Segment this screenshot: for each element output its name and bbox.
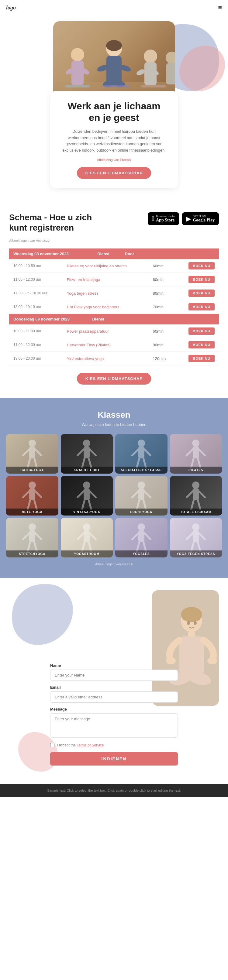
schedule-cta-button[interactable]: KIES EEN LIDMAATSCHAP — [77, 373, 151, 385]
svg-rect-59 — [138, 488, 144, 500]
svg-line-66 — [187, 491, 193, 497]
book-button[interactable]: BOEK NU — [188, 303, 215, 310]
apple-icon:  — [152, 215, 154, 222]
class-time: 11:00 - 12:30 uur — [9, 338, 63, 352]
google-play-button[interactable]: ▶ GET IT ON Google Play — [182, 212, 219, 225]
class-book-cell: BOEK NU — [175, 300, 219, 314]
class-card-item[interactable]: TOTALE LICHAAM — [170, 476, 222, 515]
app-buttons:  Download on the App Store ▶ GET IT ON … — [148, 212, 219, 225]
table-row: 18:00 - 19:10 uur Hot Flow yoga voor beg… — [9, 300, 219, 314]
class-time: 10:00 - 11:00 uur — [9, 325, 63, 338]
classes-grid: HATHA-YOGAKRACHT + HIITSPECIALITEITSKLAS… — [6, 434, 222, 557]
class-card-item[interactable]: STRETCHYOGA — [6, 518, 58, 557]
book-button[interactable]: BOEK NU — [188, 290, 215, 297]
class-card-label: LUCHTYOGA — [115, 509, 167, 515]
class-card-item[interactable]: KRACHT + HIIT — [61, 434, 113, 474]
day-header-row: Donderdag 09 november 2023 Dienst — [9, 314, 219, 325]
class-card-item[interactable]: LUCHTYOGA — [115, 476, 167, 515]
class-card-label: SPECIALITEITSKLASSE — [115, 467, 167, 474]
svg-line-73 — [35, 533, 41, 539]
day-1-header: Woensdag 08 november 2023 Dienst Door — [9, 248, 219, 259]
contact-form-container: Name Email Message I accept the Terms of… — [50, 663, 178, 765]
hero-image-bg — [53, 21, 175, 100]
svg-rect-47 — [29, 488, 35, 500]
svg-line-32 — [82, 458, 85, 468]
book-button[interactable]: BOEK NU — [188, 276, 215, 283]
svg-point-40 — [192, 439, 199, 447]
schedule-cta-container: KIES EEN LIDMAATSCHAP — [9, 366, 219, 392]
svg-point-13 — [136, 68, 146, 76]
class-card-item[interactable]: YOGA TEGEN STRESS — [170, 518, 222, 557]
class-book-cell: BOEK NU — [175, 286, 219, 300]
class-card-item[interactable]: PILATES — [170, 434, 222, 474]
svg-line-74 — [28, 542, 30, 551]
name-input[interactable] — [50, 670, 178, 681]
svg-line-26 — [28, 458, 30, 468]
svg-rect-29 — [84, 446, 90, 458]
svg-point-46 — [29, 482, 36, 489]
hero-cta-button[interactable]: KIES EEN LIDMAATSCHAP — [77, 167, 151, 179]
svg-line-33 — [89, 458, 91, 468]
classes-subtitle: Wat wij onze leden te bieden hebben — [6, 422, 222, 427]
svg-rect-6 — [107, 56, 121, 85]
class-card-label: STRETCHYOGA — [6, 550, 58, 557]
classes-section: Klassen Wat wij onze leden te bieden heb… — [0, 398, 228, 578]
class-card-item[interactable]: YOGASTROOM — [61, 518, 113, 557]
svg-line-57 — [89, 500, 91, 509]
class-card-label: KRACHT + HIIT — [61, 467, 113, 474]
book-button[interactable]: BOEK NU — [188, 341, 215, 348]
message-input[interactable] — [50, 713, 178, 738]
hero-image — [53, 21, 175, 100]
class-card-item[interactable]: VINYASA-YOGA — [61, 476, 113, 515]
svg-line-30 — [78, 449, 84, 455]
terms-label: I accept the Terms of Service — [57, 743, 104, 747]
class-card-item[interactable]: YOGALES — [115, 518, 167, 557]
class-time: 19:00 - 20:00 uur — [9, 352, 63, 366]
hero-title: Werk aan je lichaam en je geest — [62, 100, 166, 124]
svg-line-72 — [23, 533, 29, 539]
schedule-table: Woensdag 08 november 2023 Dienst Door 10… — [9, 248, 219, 366]
svg-line-90 — [187, 533, 193, 539]
terms-link[interactable]: Terms of Service — [77, 743, 104, 747]
schedule-title: Schema - Hoe u zich kunt registreren — [9, 212, 94, 233]
day-header-row: Woensdag 08 november 2023 Dienst Door — [9, 248, 219, 259]
classes-title: Klassen — [6, 410, 222, 420]
svg-line-84 — [132, 533, 138, 539]
svg-rect-17 — [65, 85, 90, 88]
class-time: 17.30 uur - 18.30 uur — [9, 286, 63, 300]
svg-line-81 — [89, 542, 91, 551]
svg-line-63 — [143, 500, 146, 509]
class-card-item[interactable]: HETE YOGA — [6, 476, 58, 515]
hero-description: Duizenden bedrijven in heel Europa biede… — [62, 129, 166, 154]
svg-line-79 — [90, 533, 96, 539]
table-row: 17.30 uur - 18.30 uur Yoga tegen stress … — [9, 286, 219, 300]
book-button[interactable]: BOEK NU — [188, 355, 215, 362]
class-card-item[interactable]: SPECIALITEITSKLASSE — [115, 434, 167, 474]
svg-line-61 — [144, 491, 150, 497]
email-input[interactable] — [50, 691, 178, 703]
svg-line-78 — [78, 533, 84, 539]
class-time: 11:00 - 12:00 uur — [9, 273, 63, 286]
submit-button[interactable]: INDIENEN — [50, 752, 178, 765]
book-button[interactable]: BOEK NU — [188, 328, 215, 335]
app-store-button[interactable]:  Download on the App Store — [148, 212, 179, 225]
name-label: Name — [50, 663, 178, 668]
hamburger-menu-icon[interactable]: ≡ — [218, 4, 222, 11]
svg-rect-83 — [138, 530, 144, 542]
class-card-label: HATHA-YOGA — [6, 467, 58, 474]
class-card-item[interactable]: HATHA-YOGA — [6, 434, 58, 474]
svg-rect-41 — [193, 446, 199, 458]
terms-checkbox[interactable] — [50, 743, 54, 747]
page-header: logo ≡ — [0, 0, 228, 15]
svg-rect-2 — [72, 61, 84, 85]
svg-line-51 — [34, 500, 37, 509]
svg-line-37 — [144, 449, 150, 455]
table-row: 11:00 - 12:30 uur Hervormer Flow (Pilate… — [9, 338, 219, 352]
svg-rect-97 — [182, 611, 201, 620]
svg-line-86 — [137, 542, 139, 551]
svg-line-55 — [90, 491, 96, 497]
table-row: 19:00 - 20:00 uur Yin/restoratieva yoga … — [9, 352, 219, 366]
svg-point-34 — [138, 439, 145, 447]
book-button[interactable]: BOEK NU — [188, 262, 215, 269]
svg-line-48 — [23, 491, 29, 497]
